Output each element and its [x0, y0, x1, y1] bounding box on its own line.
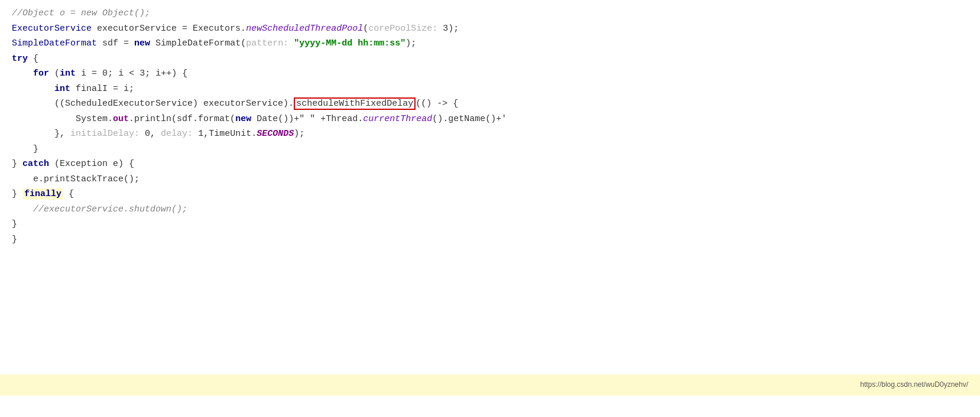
code-line-4: try {: [0, 51, 980, 67]
code-line-7: ((ScheduledExecutorService) executorServ…: [0, 96, 980, 112]
code-line-10: }: [0, 142, 980, 157]
code-line-16: }: [0, 232, 980, 247]
code-line-6: int finalI = i;: [0, 82, 980, 97]
url-text: https://blog.csdn.net/wuD0yznehv/: [860, 379, 968, 390]
code-line-14: //executorService.shutdown();: [0, 202, 980, 217]
code-line-13: } finally {: [0, 187, 980, 202]
code-line-2: ExecutorService executorService = Execut…: [0, 21, 980, 37]
code-line-12: e.printStackTrace();: [0, 172, 980, 187]
status-bar: https://blog.csdn.net/wuD0yznehv/: [0, 374, 980, 396]
code-editor: //Object o = new Object(); ExecutorServi…: [0, 0, 980, 396]
code-line-1: //Object o = new Object();: [0, 6, 980, 21]
code-line-9: }, initialDelay: 0, delay: 1,TimeUnit.SE…: [0, 126, 980, 142]
code-line-11: } catch (Exception e) {: [0, 157, 980, 172]
code-line-8: System.out.println(sdf.format(new Date()…: [0, 112, 980, 127]
code-line-3: SimpleDateFormat sdf = new SimpleDateFor…: [0, 36, 980, 51]
code-line-15: }: [0, 217, 980, 232]
code-line-5: for (int i = 0; i < 3; i++) {: [0, 66, 980, 82]
